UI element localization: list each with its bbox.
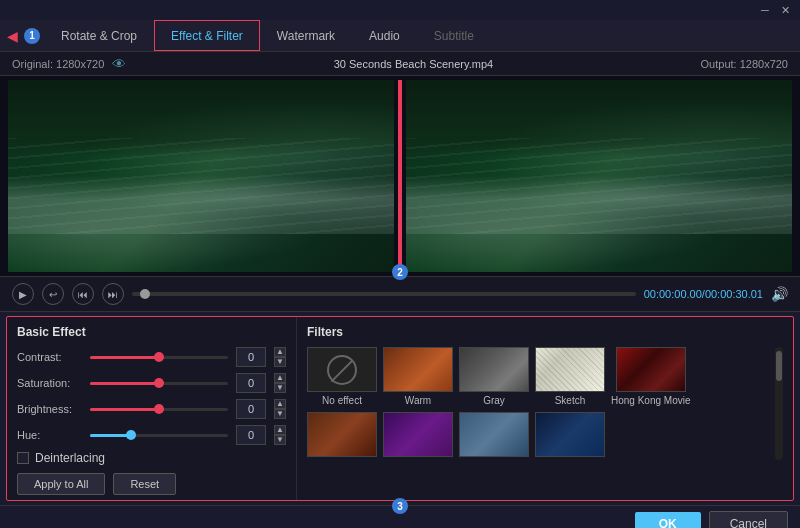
filter2c-thumb xyxy=(459,412,529,457)
output-video-frame xyxy=(406,80,792,272)
arrow-left-icon: ◀ xyxy=(7,28,18,44)
saturation-up[interactable]: ▲ xyxy=(274,373,286,383)
step-number-1: 1 xyxy=(24,28,40,44)
preview-eye-icon[interactable]: 👁 xyxy=(112,56,126,72)
brightness-up[interactable]: ▲ xyxy=(274,399,286,409)
saturation-slider[interactable] xyxy=(90,375,228,391)
filters-scroll-area: No effect Warm Gray Sketch xyxy=(307,347,783,460)
filter-row2-d[interactable] xyxy=(535,412,605,460)
brightness-value: 0 xyxy=(236,399,266,419)
time-display: 00:00:00.00/00:00:30.01 xyxy=(644,288,763,300)
step-number-2: 2 xyxy=(392,264,408,280)
filter2b-thumb xyxy=(383,412,453,457)
step-number-3: 3 xyxy=(392,498,408,514)
no-effect-circle xyxy=(327,355,357,385)
filename-label: 30 Seconds Beach Scenery.mp4 xyxy=(334,58,493,70)
apply-all-button[interactable]: Apply to All xyxy=(17,473,105,495)
tab-arrow-left: ◀ xyxy=(0,20,24,51)
filter-warm[interactable]: Warm xyxy=(383,347,453,406)
original-size-label: Original: 1280x720 xyxy=(12,58,104,70)
contrast-up[interactable]: ▲ xyxy=(274,347,286,357)
sketch-thumb xyxy=(535,347,605,392)
hk-thumb xyxy=(616,347,686,392)
brightness-down[interactable]: ▼ xyxy=(274,409,286,419)
filter2d-thumb xyxy=(535,412,605,457)
hue-label: Hue: xyxy=(17,429,82,441)
contrast-value: 0 xyxy=(236,347,266,367)
info-left: Original: 1280x720 👁 xyxy=(12,56,126,72)
next-button[interactable]: ⏭ xyxy=(102,283,124,305)
deinterlace-checkbox[interactable] xyxy=(17,452,29,464)
brightness-spinner[interactable]: ▲ ▼ xyxy=(274,399,286,419)
filters-title: Filters xyxy=(307,325,783,339)
tab-rotate-crop[interactable]: Rotate & Crop xyxy=(44,20,154,51)
close-button[interactable]: ✕ xyxy=(778,3,792,17)
saturation-spinner[interactable]: ▲ ▼ xyxy=(274,373,286,393)
filter-row2-a[interactable] xyxy=(307,412,377,460)
tab-watermark[interactable]: Watermark xyxy=(260,20,352,51)
contrast-row: Contrast: 0 ▲ ▼ xyxy=(17,347,286,367)
scrollbar-thumb[interactable] xyxy=(776,351,782,381)
cancel-button[interactable]: Cancel xyxy=(709,511,788,529)
return-icon: ↩ xyxy=(49,289,57,300)
tab-audio[interactable]: Audio xyxy=(352,20,417,51)
no-effect-line xyxy=(331,359,354,382)
filter-hong-kong[interactable]: Hong Kong Movie xyxy=(611,347,691,406)
prev-icon: ⏮ xyxy=(78,289,88,300)
play-icon: ▶ xyxy=(19,289,27,300)
filter2a-thumb xyxy=(307,412,377,457)
bottom-panel: Basic Effect Contrast: 0 ▲ ▼ Saturation: xyxy=(6,316,794,501)
tab-effect-filter[interactable]: Effect & Filter xyxy=(154,20,260,51)
filters-section: Filters No effect Warm xyxy=(297,317,793,500)
basic-effect-section: Basic Effect Contrast: 0 ▲ ▼ Saturation: xyxy=(7,317,297,500)
output-size-label: Output: 1280x720 xyxy=(701,58,788,70)
progress-thumb[interactable] xyxy=(140,289,150,299)
filters-scrollbar[interactable] xyxy=(775,347,783,460)
hue-down[interactable]: ▼ xyxy=(274,435,286,445)
filter-sketch[interactable]: Sketch xyxy=(535,347,605,406)
tab-bar: ◀ 1 Rotate & Crop Effect & Filter Waterm… xyxy=(0,20,800,52)
next-icon: ⏭ xyxy=(108,289,118,300)
minimize-button[interactable]: ─ xyxy=(758,3,772,17)
reset-button[interactable]: Reset xyxy=(113,473,176,495)
saturation-row: Saturation: 0 ▲ ▼ xyxy=(17,373,286,393)
preview-area: 2 xyxy=(0,76,800,276)
contrast-down[interactable]: ▼ xyxy=(274,357,286,367)
filter-no-effect[interactable]: No effect xyxy=(307,347,377,406)
hue-slider[interactable] xyxy=(90,427,228,443)
hk-label: Hong Kong Movie xyxy=(611,395,691,406)
basic-effect-title: Basic Effect xyxy=(17,325,286,339)
hue-up[interactable]: ▲ xyxy=(274,425,286,435)
saturation-label: Saturation: xyxy=(17,377,82,389)
hue-value: 0 xyxy=(236,425,266,445)
action-bar: 3 OK Cancel xyxy=(0,505,800,528)
contrast-label: Contrast: xyxy=(17,351,82,363)
filter-row2-c[interactable] xyxy=(459,412,529,460)
filter-gray[interactable]: Gray xyxy=(459,347,529,406)
contrast-slider[interactable] xyxy=(90,349,228,365)
brightness-slider[interactable] xyxy=(90,401,228,417)
hue-row: Hue: 0 ▲ ▼ xyxy=(17,425,286,445)
play-button[interactable]: ▶ xyxy=(12,283,34,305)
ok-button[interactable]: OK xyxy=(635,512,701,529)
saturation-value: 0 xyxy=(236,373,266,393)
no-effect-thumb xyxy=(307,347,377,392)
transport-bar: ▶ ↩ ⏮ ⏭ 00:00:00.00/00:00:30.01 🔊 xyxy=(0,276,800,312)
preview-divider: 2 xyxy=(398,80,402,272)
gray-thumb xyxy=(459,347,529,392)
contrast-spinner[interactable]: ▲ ▼ xyxy=(274,347,286,367)
deinterlace-label: Deinterlacing xyxy=(35,451,105,465)
hue-spinner[interactable]: ▲ ▼ xyxy=(274,425,286,445)
no-effect-label: No effect xyxy=(322,395,362,406)
deinterlace-row: Deinterlacing xyxy=(17,451,286,465)
original-video-panel xyxy=(8,80,394,272)
filter-row2-b[interactable] xyxy=(383,412,453,460)
volume-icon[interactable]: 🔊 xyxy=(771,286,788,302)
return-button[interactable]: ↩ xyxy=(42,283,64,305)
tab-subtitle[interactable]: Subtitle xyxy=(417,20,491,51)
prev-button[interactable]: ⏮ xyxy=(72,283,94,305)
gray-label: Gray xyxy=(483,395,505,406)
saturation-down[interactable]: ▼ xyxy=(274,383,286,393)
progress-bar[interactable] xyxy=(132,292,636,296)
brightness-row: Brightness: 0 ▲ ▼ xyxy=(17,399,286,419)
